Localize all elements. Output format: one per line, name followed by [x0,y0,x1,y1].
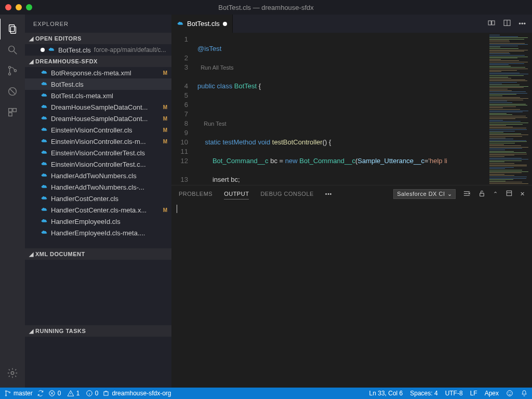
salesforce-icon [41,195,48,202]
salesforce-icon [177,20,184,28]
extensions-icon[interactable] [0,102,25,123]
file-tree-item[interactable]: EinsteinVisionController.clsM [25,124,171,136]
cursor-position-status[interactable]: Ln 33, Col 6 [369,390,403,397]
panel-tab-output[interactable]: OUTPUT [224,189,249,200]
file-tree-item[interactable]: HandlerEmployeeId.cls-meta.... [25,227,171,238]
file-tree-item[interactable]: HandlerAddTwoNumbers.cls-... [25,181,171,193]
git-status-badge: M [163,70,167,76]
open-editor-item[interactable]: BotTest.cls force-app/main/default/c... [25,44,171,56]
file-name: HandlerEmployeeId.cls-meta.... [51,229,145,237]
panel: PROBLEMS OUTPUT DEBUG CONSOLE ••• Salesf… [171,185,532,388]
line-gutter: 1234567891011121314 [171,33,197,185]
salesforce-icon [41,172,48,179]
editor-body[interactable]: 1234567891011121314 @isTest Run All Test… [171,33,532,185]
file-tree-item[interactable]: HandlerCostCenter.cls-meta.x...M [25,204,171,216]
svg-rect-12 [488,21,491,25]
panel-body[interactable] [171,202,532,388]
panel-tab-problems[interactable]: PROBLEMS [179,189,212,199]
open-editors-header[interactable]: ◢OPEN EDITORS [25,33,171,44]
split-editor-icon[interactable] [503,19,511,29]
indentation-status[interactable]: Spaces: 4 [410,390,437,397]
org-status[interactable]: dreamhouse-sfdx-org [102,390,171,397]
salesforce-icon [41,115,48,122]
project-header[interactable]: ◢DREAMHOUSE-SFDX [25,56,171,67]
file-name: HandlerCostCenter.cls-meta.x... [51,206,147,214]
file-tree-item[interactable]: BotTest.cls [25,78,171,90]
file-tree-item[interactable]: HandlerCostCenter.cls [25,193,171,204]
lock-scroll-icon[interactable] [478,190,486,198]
svg-rect-34 [104,392,108,395]
panel-tab-debug[interactable]: DEBUG CONSOLE [260,189,313,199]
running-tasks-header[interactable]: ◢RUNNING TASKS [25,325,171,337]
file-tree-item[interactable]: EinsteinVisionController.cls-m...M [25,136,171,147]
sidebar: EXPLORER ◢OPEN EDITORS BotTest.cls force… [25,15,171,388]
compare-changes-icon[interactable] [487,19,496,29]
explorer-icon[interactable] [0,19,24,39]
svg-point-36 [509,393,509,393]
svg-point-11 [11,371,14,375]
panel-maximize-icon[interactable] [506,190,513,198]
output-channel-select[interactable]: Salesforce DX CI⌄ [393,189,456,199]
search-icon[interactable] [0,39,25,60]
svg-rect-10 [9,113,12,116]
feedback-icon[interactable] [506,390,513,397]
file-tree-item[interactable]: HandlerEmployeeId.cls [25,216,171,227]
git-status-badge: M [163,104,167,110]
git-status-badge: M [163,116,167,122]
source-control-icon[interactable] [0,60,25,81]
salesforce-icon [41,138,48,145]
sync-status[interactable] [37,390,44,397]
panel-chevron-up-icon[interactable]: ⌃ [493,191,498,197]
more-actions-icon[interactable]: ••• [518,20,526,28]
status-bar: master 0 1 0 dreamhouse-sfdx-org Ln 33, … [0,388,532,399]
running-tasks-body [25,337,171,388]
code-content[interactable]: @isTest Run All Tests public class BotTe… [197,33,486,185]
run-test-codelens[interactable]: Run Test [204,121,226,127]
file-name: EinsteinVisionController.cls-m... [51,138,146,145]
editor-area: BotTest.cls ••• 1234567891011121314 @isT… [171,15,532,388]
errors-warnings-status[interactable]: 0 1 0 [48,390,99,397]
encoding-status[interactable]: UTF-8 [445,390,463,397]
svg-rect-0 [9,25,15,32]
svg-point-4 [8,66,10,69]
panel-more-icon[interactable]: ••• [325,191,332,197]
run-all-tests-codelens[interactable]: Run All Tests [201,64,233,71]
chevron-down-icon: ◢ [27,35,35,42]
salesforce-icon [41,161,48,168]
file-tree-item[interactable]: BotResponse.cls-meta.xmlM [25,67,171,78]
file-name: EinsteinVisionControllerTest.cls [51,149,145,157]
file-name: EinsteinVisionControllerTest.c... [51,161,146,168]
file-name: BotResponse.cls-meta.xml [51,69,131,77]
panel-close-icon[interactable]: ✕ [520,191,525,197]
file-name: HandlerCostCenter.cls [51,195,118,203]
clear-output-icon[interactable] [463,190,471,198]
file-tree-item[interactable]: EinsteinVisionControllerTest.cls [25,147,171,158]
notifications-icon[interactable] [521,390,528,397]
chevron-down-icon: ◢ [27,251,35,258]
svg-rect-22 [507,191,511,195]
svg-point-5 [8,73,10,75]
settings-gear-icon[interactable] [0,363,25,383]
file-tree-item[interactable]: HandlerAddTwoNumbers.cls [25,170,171,181]
svg-rect-8 [9,109,12,112]
minimap[interactable] [486,33,532,185]
eol-status[interactable]: LF [470,390,477,397]
git-status-badge: M [163,139,167,144]
svg-rect-21 [480,193,484,196]
debug-icon[interactable] [0,81,25,102]
language-status[interactable]: Apex [485,390,499,397]
tab-bottest[interactable]: BotTest.cls [171,15,233,33]
file-tree-item[interactable]: DreamHouseSampleDataCont...M [25,101,171,113]
title-bar: BotTest.cls — dreamhouse-sfdx [0,0,532,15]
git-branch-status[interactable]: master [4,390,33,397]
xml-document-header[interactable]: ◢XML DOCUMENT [25,248,171,260]
file-tree-item[interactable]: DreamHouseSampleDataCont...M [25,113,171,124]
file-tree-item[interactable]: BotTest.cls-meta.xml [25,90,171,101]
dirty-dot-icon [223,22,227,26]
salesforce-icon [41,229,48,236]
file-tree-item[interactable]: EinsteinVisionControllerTest.c... [25,158,171,170]
file-name: BotTest.cls [51,81,84,88]
svg-rect-1 [10,26,16,33]
salesforce-icon [41,103,48,111]
salesforce-icon [41,206,48,214]
